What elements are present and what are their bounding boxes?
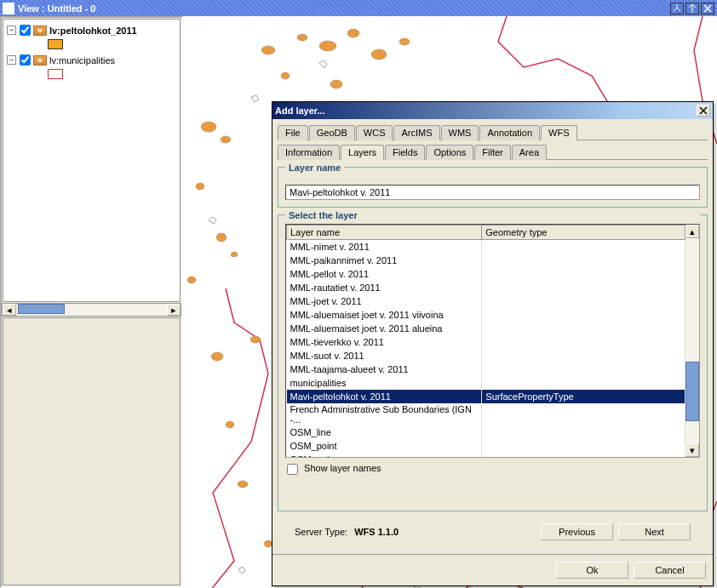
table-row[interactable]: French Administrative Sub Boundaries (IG… <box>287 403 685 425</box>
wfs-layer-icon: w <box>33 55 47 66</box>
svg-point-7 <box>330 80 342 88</box>
select-layer-fieldset: Select the layer Layer name Geometry typ… <box>278 214 708 511</box>
scroll-left-arrow[interactable]: ◂ <box>3 304 16 316</box>
collapse-icon[interactable]: − <box>7 26 16 35</box>
svg-point-6 <box>281 72 290 79</box>
cancel-button[interactable]: Cancel <box>634 562 706 579</box>
layer-label: lv:peltolohkot_2011 <box>49 26 137 36</box>
scroll-right-arrow[interactable]: ▸ <box>167 304 181 316</box>
window-titlebar: View : Untitled - 0 <box>0 0 717 16</box>
layer-visibility-checkbox[interactable] <box>20 54 31 66</box>
maximize-button[interactable] <box>685 3 699 14</box>
svg-point-17 <box>211 352 223 361</box>
svg-point-19 <box>238 481 248 488</box>
next-button[interactable]: Next <box>618 523 691 540</box>
subtab-options[interactable]: Options <box>426 145 473 160</box>
tab-wcs[interactable]: WCS <box>356 125 393 140</box>
svg-point-11 <box>221 136 231 143</box>
table-row[interactable]: MML-tieverkko v. 2011 <box>287 335 685 349</box>
collapse-icon[interactable]: − <box>7 55 16 65</box>
ok-button[interactable]: Ok <box>556 562 628 579</box>
layer-name-legend: Layer name <box>285 163 344 173</box>
layer-panel: − w lv:peltolohkot_2011 − w lv:municipal… <box>0 16 183 588</box>
col-geometry-type[interactable]: Geometry type <box>482 225 685 240</box>
sub-tabs: Information Layers Fields Options Filter… <box>278 144 708 160</box>
dialog-title: Add layer... <box>275 106 325 116</box>
table-row[interactable]: OSM_line <box>287 425 685 439</box>
panel-lower <box>3 317 181 585</box>
tab-file[interactable]: File <box>278 125 308 140</box>
table-row[interactable]: OSM_polygon <box>287 453 685 459</box>
subtab-area[interactable]: Area <box>512 145 547 160</box>
svg-point-1 <box>297 34 307 41</box>
scroll-down-arrow[interactable]: ▾ <box>685 443 699 457</box>
table-row[interactable]: MML-paikannimet v. 2011 <box>287 254 685 267</box>
svg-point-0 <box>261 46 275 54</box>
layer-name-input[interactable] <box>285 185 700 200</box>
table-row[interactable]: Mavi-peltolohkot v. 2011SurfacePropertyT… <box>287 390 685 403</box>
show-layer-names-checkbox[interactable] <box>287 464 298 475</box>
server-type-value: WFS 1.1.0 <box>354 527 399 537</box>
layer-table[interactable]: Layer name Geometry type MML-nimet v. 20… <box>286 225 685 458</box>
table-row[interactable]: MML-joet v. 2011 <box>287 294 685 308</box>
vertical-scrollbar[interactable]: ▴ ▾ <box>685 225 699 457</box>
server-type-label: Server Type: <box>295 527 347 537</box>
top-tabs: File GeoDB WCS ArcIMS WMS Annotation WFS <box>278 124 708 140</box>
tree-item[interactable]: − w lv:municipalities <box>7 53 176 67</box>
show-layer-names-label: Show layer names <box>304 463 381 473</box>
tab-annotation[interactable]: Annotation <box>479 125 540 140</box>
table-row[interactable]: MML-suot v. 2011 <box>287 349 685 363</box>
table-row[interactable]: MML-aluemaiset joet v. 2011 viivoina <box>287 308 685 322</box>
table-row[interactable]: municipalities <box>287 376 685 390</box>
close-button[interactable] <box>701 3 714 14</box>
dialog-close-button[interactable] <box>697 105 710 117</box>
window-title: View : Untitled - 0 <box>18 3 95 14</box>
svg-point-13 <box>216 233 227 242</box>
scroll-thumb[interactable] <box>18 304 65 314</box>
tab-wms[interactable]: WMS <box>441 125 479 140</box>
scroll-thumb[interactable] <box>685 362 699 421</box>
svg-point-10 <box>201 122 216 132</box>
table-row[interactable]: MML-aluemaiset joet v. 2011 alueina <box>287 322 685 335</box>
col-layer-name[interactable]: Layer name <box>287 225 482 240</box>
svg-point-4 <box>371 49 387 60</box>
table-row[interactable]: MML-nimet v. 2011 <box>287 240 685 254</box>
svg-point-18 <box>226 421 234 428</box>
svg-point-2 <box>319 41 336 51</box>
svg-point-12 <box>196 183 204 190</box>
dialog-titlebar[interactable]: Add layer... <box>272 102 713 119</box>
table-row[interactable]: MML-pellot v. 2011 <box>287 267 685 281</box>
subtab-layers[interactable]: Layers <box>341 145 384 160</box>
table-row[interactable]: MML-rautatiet v. 2011 <box>287 281 685 294</box>
layer-visibility-checkbox[interactable] <box>20 25 31 36</box>
svg-point-16 <box>250 336 261 343</box>
minimize-button[interactable] <box>670 3 684 14</box>
add-layer-dialog: Add layer... File GeoDB WCS ArcIMS WMS A… <box>272 101 714 586</box>
layer-swatch <box>48 39 63 49</box>
wfs-layer-icon: w <box>33 26 47 36</box>
layer-name-fieldset: Layer name <box>278 167 708 208</box>
subtab-fields[interactable]: Fields <box>385 145 425 160</box>
table-row[interactable]: MML-taajama-alueet v. 2011 <box>287 363 685 376</box>
tab-geodb[interactable]: GeoDB <box>309 125 355 140</box>
svg-point-5 <box>399 38 410 45</box>
scroll-up-arrow[interactable]: ▴ <box>685 225 699 238</box>
previous-button[interactable]: Previous <box>541 523 613 540</box>
tree-item[interactable]: − w lv:peltolohkot_2011 <box>7 23 176 37</box>
tab-arcims[interactable]: ArcIMS <box>393 125 439 140</box>
horizontal-scrollbar[interactable]: ◂ ▸ <box>2 303 181 317</box>
svg-point-15 <box>187 277 196 283</box>
window-icon <box>3 3 14 14</box>
table-row[interactable]: OSM_point <box>287 439 685 453</box>
svg-point-3 <box>347 29 359 37</box>
layer-swatch <box>48 69 63 79</box>
subtab-information[interactable]: Information <box>278 145 340 160</box>
subtab-filter[interactable]: Filter <box>474 145 510 160</box>
select-layer-legend: Select the layer <box>285 210 700 220</box>
layer-tree[interactable]: − w lv:peltolohkot_2011 − w lv:municipal… <box>3 19 181 302</box>
tab-wfs[interactable]: WFS <box>541 125 576 140</box>
svg-point-14 <box>231 252 238 257</box>
layer-label: lv:municipalities <box>49 55 115 66</box>
